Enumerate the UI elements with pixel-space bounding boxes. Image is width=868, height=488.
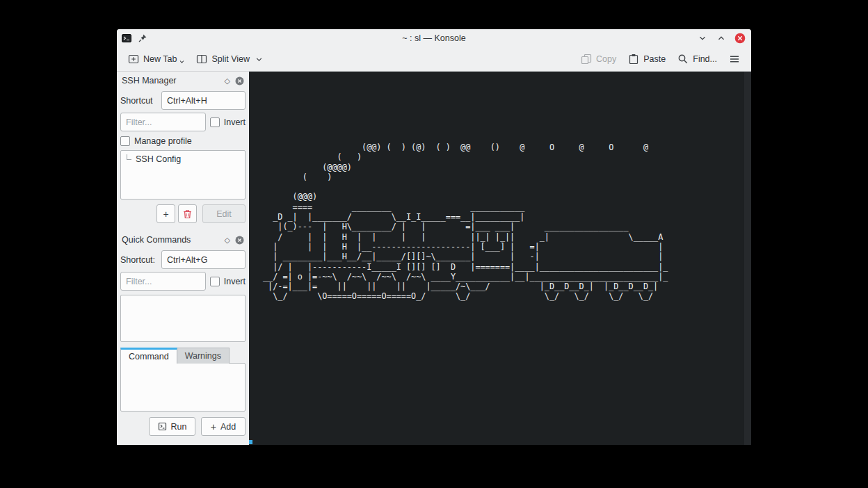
float-panel-icon[interactable]: ◇ bbox=[225, 77, 230, 85]
qc-shortcut-input[interactable] bbox=[161, 250, 246, 269]
plus-icon: + bbox=[163, 209, 168, 219]
list-item[interactable]: SSH Config bbox=[121, 153, 245, 165]
ssh-config-list[interactable]: SSH Config bbox=[120, 150, 246, 200]
qc-button-row: Run + Add bbox=[120, 417, 246, 436]
maximize-button[interactable] bbox=[715, 32, 728, 44]
tree-item-label: SSH Config bbox=[136, 154, 181, 164]
caret-down-icon bbox=[179, 60, 184, 64]
edit-button-label: Edit bbox=[216, 209, 232, 219]
qc-filter-input[interactable] bbox=[120, 272, 206, 291]
hamburger-menu-button[interactable] bbox=[724, 51, 745, 67]
qc-tabs: Command Warnings bbox=[120, 348, 246, 364]
add-command-button[interactable]: + Add bbox=[201, 417, 246, 436]
delete-ssh-button[interactable] bbox=[178, 204, 197, 223]
manage-profile-label: Manage profile bbox=[134, 136, 192, 146]
konsole-window: ~ : sl — Konsole New Tab bbox=[117, 29, 751, 445]
toolbar: New Tab Split View Copy bbox=[117, 47, 751, 72]
ssh-shortcut-input[interactable] bbox=[161, 91, 246, 110]
panel-title: SSH Manager bbox=[122, 76, 225, 86]
ssh-invert-checkbox[interactable] bbox=[210, 117, 220, 127]
quick-commands-panel: Quick Commands ◇ Shortcut: bbox=[117, 231, 249, 445]
run-icon bbox=[158, 422, 167, 431]
close-panel-icon[interactable] bbox=[235, 76, 244, 86]
new-tab-label: New Tab bbox=[143, 54, 177, 64]
shortcut-label: Shortcut bbox=[120, 96, 153, 106]
terminal-output: (@@) ( ) (@) ( ) @@ () @ O @ O @ ( ) (@@… bbox=[263, 143, 668, 302]
split-view-label: Split View bbox=[211, 54, 250, 64]
new-tab-button[interactable]: New Tab bbox=[123, 50, 189, 68]
ssh-manager-panel: SSH Manager ◇ Shortcut bbox=[117, 72, 249, 231]
invert-label: Invert bbox=[224, 277, 246, 286]
hamburger-icon bbox=[729, 54, 740, 64]
panel-title: Quick Commands bbox=[122, 235, 225, 245]
copy-button[interactable]: Copy bbox=[576, 50, 621, 68]
run-button-label: Run bbox=[171, 422, 187, 432]
split-view-icon bbox=[196, 54, 207, 65]
shortcut-label: Shortcut: bbox=[120, 255, 155, 265]
close-button[interactable] bbox=[734, 32, 746, 44]
run-button[interactable]: Run bbox=[149, 417, 195, 436]
ssh-manager-header: SSH Manager ◇ bbox=[120, 72, 246, 88]
tree-branch-icon bbox=[127, 154, 131, 160]
tab-label: Warnings bbox=[185, 351, 221, 361]
float-panel-icon[interactable]: ◇ bbox=[225, 236, 230, 244]
close-panel-icon[interactable] bbox=[235, 236, 244, 245]
tab-warnings[interactable]: Warnings bbox=[177, 348, 230, 364]
new-tab-icon bbox=[128, 54, 139, 65]
copy-icon bbox=[581, 54, 592, 65]
tab-label: Command bbox=[129, 352, 169, 361]
qc-command-editor[interactable] bbox=[120, 363, 246, 412]
copy-label: Copy bbox=[596, 54, 616, 64]
add-ssh-button[interactable]: + bbox=[156, 204, 175, 223]
scroll-position-marker bbox=[249, 440, 252, 444]
find-button[interactable]: Find... bbox=[673, 50, 722, 68]
ssh-filter-input[interactable] bbox=[120, 113, 206, 131]
plus-icon: + bbox=[211, 422, 216, 432]
pin-icon[interactable] bbox=[136, 32, 149, 44]
terminal-area[interactable]: (@@) ( ) (@) ( ) @@ () @ O @ O @ ( ) (@@… bbox=[249, 72, 751, 445]
trash-icon bbox=[183, 209, 192, 219]
window-title: ~ : sl — Konsole bbox=[117, 33, 751, 43]
desktop-background: ~ : sl — Konsole New Tab bbox=[0, 0, 868, 488]
quick-commands-list[interactable] bbox=[120, 295, 246, 342]
find-label: Find... bbox=[693, 54, 717, 64]
split-view-button[interactable]: Split View bbox=[191, 50, 267, 68]
paste-icon bbox=[628, 54, 639, 65]
qc-invert-checkbox[interactable] bbox=[210, 277, 220, 286]
sidebar: SSH Manager ◇ Shortcut bbox=[117, 72, 249, 445]
paste-button[interactable]: Paste bbox=[623, 50, 670, 68]
search-icon bbox=[677, 54, 689, 65]
invert-label: Invert bbox=[224, 117, 246, 127]
add-button-label: Add bbox=[220, 422, 236, 432]
tab-command[interactable]: Command bbox=[120, 348, 177, 364]
quick-commands-header: Quick Commands ◇ bbox=[120, 231, 246, 247]
edit-ssh-button[interactable]: Edit bbox=[202, 204, 246, 223]
paste-label: Paste bbox=[643, 54, 666, 64]
terminal-scrollbar[interactable] bbox=[744, 72, 751, 445]
minimize-button[interactable] bbox=[696, 32, 709, 44]
ssh-button-row: + Edit bbox=[120, 204, 246, 223]
manage-profile-checkbox[interactable] bbox=[120, 136, 130, 146]
konsole-app-icon bbox=[122, 33, 131, 43]
window-content: SSH Manager ◇ Shortcut bbox=[117, 72, 751, 445]
caret-down-icon bbox=[256, 57, 262, 62]
titlebar: ~ : sl — Konsole bbox=[117, 29, 751, 47]
